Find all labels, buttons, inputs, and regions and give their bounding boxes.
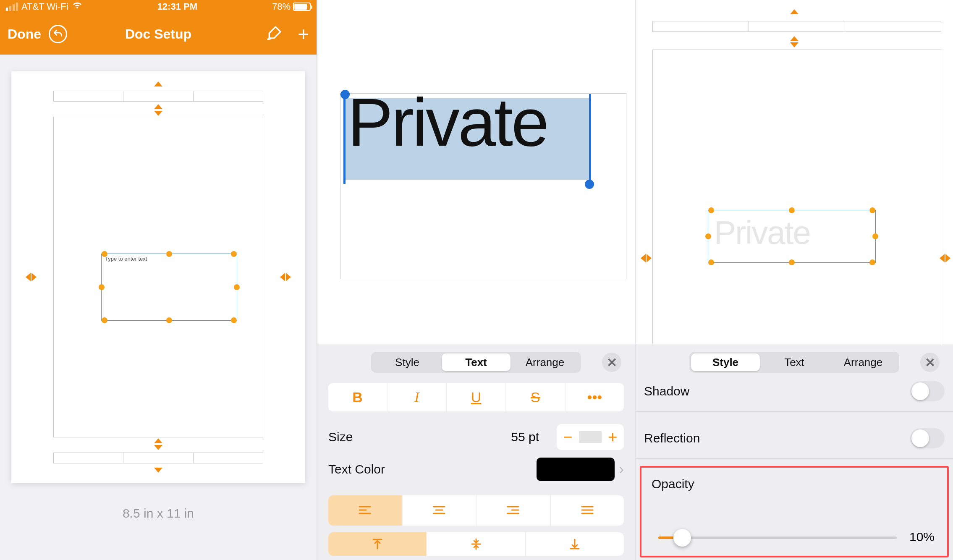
carrier-label: AT&T Wi-Fi <box>21 1 68 12</box>
tab-text[interactable]: Text <box>442 353 511 371</box>
done-button[interactable]: Done <box>8 26 41 42</box>
watermark-text: Private <box>714 214 810 252</box>
tab-style[interactable]: Style <box>373 353 442 371</box>
valign-top-button[interactable] <box>328 532 427 556</box>
text-box[interactable]: Private <box>708 210 876 263</box>
align-right-button[interactable] <box>476 495 551 526</box>
text-color-label: Text Color <box>328 462 385 476</box>
margin-left-handle[interactable] <box>26 273 37 281</box>
battery-label: 78% <box>272 1 291 12</box>
text-box[interactable]: Type to enter text <box>101 254 237 321</box>
margin-right-handle[interactable] <box>280 273 291 281</box>
close-button[interactable]: ✕ <box>920 353 940 372</box>
opacity-highlight: Opacity 10% <box>640 466 949 557</box>
align-toolbar <box>328 495 624 526</box>
battery-icon <box>293 3 311 11</box>
align-center-button[interactable] <box>403 495 477 526</box>
clock-label: 12:31 PM <box>157 1 197 12</box>
toolbar: Done Doc Setup + <box>0 13 317 55</box>
tab-arrange[interactable]: Arrange <box>829 353 898 371</box>
selection-handle-icon[interactable] <box>585 180 594 189</box>
format-tabs: Style Text Arrange <box>689 352 899 373</box>
size-increase-button[interactable]: + <box>602 428 624 446</box>
margin-left-handle[interactable] <box>641 254 652 262</box>
margin-handle-icon[interactable] <box>154 438 162 450</box>
opacity-label: Opacity <box>652 477 694 491</box>
margin-right-handle[interactable] <box>940 254 950 262</box>
slider-thumb[interactable] <box>673 529 691 547</box>
bold-button[interactable]: B <box>328 383 387 411</box>
header-tabs[interactable] <box>53 91 263 102</box>
opacity-slider[interactable] <box>658 536 897 539</box>
close-button[interactable]: ✕ <box>602 353 621 372</box>
undo-button[interactable] <box>49 25 67 43</box>
underline-button[interactable]: U <box>447 383 506 411</box>
panel-text-format: Private Style Text Arrange ✕ B I U S •••… <box>317 0 636 560</box>
watermark-text[interactable]: Private <box>348 83 547 161</box>
header-tabs[interactable] <box>652 21 941 32</box>
format-sheet: Style Text Arrange ✕ B I U S ••• Size 55… <box>317 344 635 560</box>
align-justify-button[interactable] <box>551 495 624 526</box>
footer-tabs[interactable] <box>53 453 263 463</box>
tab-arrange[interactable]: Arrange <box>511 353 579 371</box>
format-sheet: Style Text Arrange ✕ Shadow Reflection O… <box>636 344 953 560</box>
document-canvas[interactable]: Private <box>636 0 953 344</box>
panel-doc-setup: AT&T Wi-Fi 12:31 PM 78% Done Doc Setup <box>0 0 317 560</box>
document-canvas[interactable]: Private <box>317 0 635 344</box>
margin-handle-icon[interactable] <box>790 36 799 47</box>
shadow-label: Shadow <box>644 384 689 398</box>
margin-handle-icon[interactable] <box>154 104 162 116</box>
text-style-toolbar: B I U S ••• <box>328 383 624 411</box>
text-color-swatch[interactable] <box>537 458 615 481</box>
size-label: Size <box>328 430 353 444</box>
valign-bottom-button[interactable] <box>526 532 624 556</box>
align-left-button[interactable] <box>328 495 403 526</box>
format-tabs: Style Text Arrange <box>371 352 581 373</box>
chevron-right-icon[interactable]: › <box>619 461 624 478</box>
tab-text[interactable]: Text <box>760 353 829 371</box>
page-frame <box>652 50 941 344</box>
size-decrease-button[interactable]: − <box>557 428 579 446</box>
valign-toolbar <box>328 532 624 556</box>
wifi-icon <box>72 1 83 12</box>
shadow-toggle[interactable] <box>910 381 945 401</box>
panel-style-opacity: Private Style Text Arrange ✕ Shadow Refl… <box>636 0 953 560</box>
add-button[interactable]: + <box>298 23 309 45</box>
opacity-value: 10% <box>909 530 935 544</box>
valign-middle-button[interactable] <box>427 532 526 556</box>
reflection-toggle[interactable] <box>910 428 945 448</box>
margin-arrow-icon <box>154 81 162 86</box>
size-stepper: − + <box>557 424 624 450</box>
tab-style[interactable]: Style <box>691 353 760 371</box>
toolbar-title: Doc Setup <box>125 26 191 42</box>
document-page[interactable]: Type to enter text <box>11 71 305 483</box>
margin-arrow-icon <box>154 468 162 473</box>
cell-signal-icon <box>6 3 18 11</box>
margin-arrow-icon <box>790 9 799 14</box>
status-bar: AT&T Wi-Fi 12:31 PM 78% <box>0 0 317 13</box>
more-options-button[interactable]: ••• <box>566 383 624 411</box>
reflection-label: Reflection <box>644 431 700 445</box>
brush-button[interactable] <box>266 25 283 43</box>
italic-button[interactable]: I <box>387 383 447 411</box>
strike-button[interactable]: S <box>506 383 566 411</box>
page-dimensions: 8.5 in x 11 in <box>123 506 194 521</box>
size-value: 55 pt <box>511 430 539 444</box>
